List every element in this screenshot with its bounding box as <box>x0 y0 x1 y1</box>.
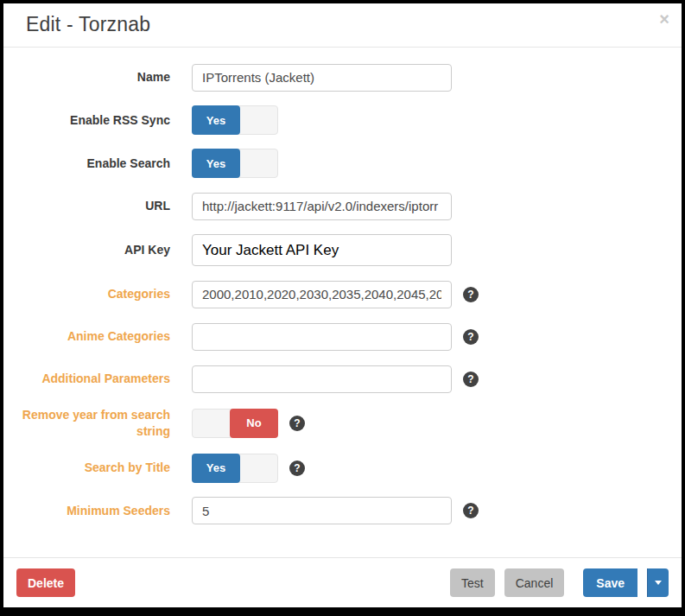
name-control <box>192 64 452 92</box>
modal-footer: Delete Test Cancel Save <box>3 557 682 607</box>
enable-search-toggle[interactable]: Yes <box>192 149 278 178</box>
toggle-knob: Yes <box>192 454 240 483</box>
help-icon[interactable]: ? <box>463 329 479 345</box>
save-button[interactable]: Save <box>583 568 637 597</box>
url-label: URL <box>16 198 170 214</box>
additional-parameters-control: ? <box>192 365 479 393</box>
screen: Edit - Torznab × Name Enable RSS Sync Ye… <box>0 0 685 616</box>
help-icon[interactable]: ? <box>289 460 305 476</box>
form-row-minimum-seeders: Minimum Seeders ? <box>16 497 669 525</box>
form-row-name: Name <box>16 63 669 92</box>
form-row-categories: Categories ? <box>16 280 669 308</box>
modal-header: Edit - Torznab × <box>3 3 682 48</box>
url-control <box>192 193 452 220</box>
enable-rss-sync-control: Yes <box>192 105 278 135</box>
categories-control: ? <box>192 281 479 308</box>
minimum-seeders-control: ? <box>192 497 479 524</box>
api-key-control <box>192 234 452 266</box>
footer-actions: Test Cancel Save <box>441 568 669 597</box>
form-row-anime-categories: Anime Categories ? <box>16 322 669 351</box>
edit-torznab-modal: Edit - Torznab × Name Enable RSS Sync Ye… <box>3 3 682 607</box>
form-row-enable-search: Enable Search Yes <box>16 149 669 178</box>
close-icon[interactable]: × <box>659 10 669 28</box>
search-by-title-control: Yes ? <box>192 454 305 483</box>
delete-button[interactable]: Delete <box>16 568 75 597</box>
api-key-input[interactable] <box>192 234 452 266</box>
enable-search-control: Yes <box>192 149 278 178</box>
caret-down-icon <box>655 581 662 585</box>
anime-categories-label: Anime Categories <box>16 328 170 345</box>
form-row-enable-rss-sync: Enable RSS Sync Yes <box>16 105 669 135</box>
search-by-title-label: Search by Title <box>16 460 170 476</box>
api-key-label: API Key <box>16 242 170 258</box>
enable-rss-sync-label: Enable RSS Sync <box>16 112 170 129</box>
form-row-url: URL <box>16 192 669 220</box>
name-label: Name <box>16 69 170 86</box>
anime-categories-input[interactable] <box>192 323 452 351</box>
search-by-title-toggle[interactable]: Yes <box>192 454 278 483</box>
form-row-api-key: API Key <box>16 234 669 266</box>
categories-label: Categories <box>16 286 170 302</box>
anime-categories-control: ? <box>192 323 479 351</box>
minimum-seeders-label: Minimum Seeders <box>16 503 170 519</box>
url-input[interactable] <box>192 193 452 220</box>
enable-rss-sync-toggle[interactable]: Yes <box>192 105 278 135</box>
remove-year-control: No ? <box>192 409 305 438</box>
name-input[interactable] <box>192 64 452 92</box>
help-icon[interactable]: ? <box>463 372 479 387</box>
help-icon[interactable]: ? <box>463 503 479 518</box>
test-button[interactable]: Test <box>450 568 495 597</box>
form-row-remove-year: Remove year from search string No ? <box>16 407 669 440</box>
remove-year-toggle[interactable]: No <box>192 409 278 438</box>
toggle-knob: No <box>230 409 278 438</box>
additional-parameters-label: Additional Parameters <box>16 371 170 387</box>
remove-year-label: Remove year from search string <box>16 407 170 440</box>
additional-parameters-input[interactable] <box>192 365 452 393</box>
toggle-knob: Yes <box>192 149 240 178</box>
page-title: Edit - Torznab <box>26 13 668 36</box>
modal-body: Name Enable RSS Sync Yes Enable Search <box>3 48 682 557</box>
help-icon[interactable]: ? <box>289 416 305 431</box>
cancel-button[interactable]: Cancel <box>504 568 565 597</box>
minimum-seeders-input[interactable] <box>192 497 452 524</box>
form-row-additional-parameters: Additional Parameters ? <box>16 365 669 393</box>
form-row-search-by-title: Search by Title Yes ? <box>16 454 669 483</box>
save-button-group: Save <box>574 568 669 597</box>
toggle-knob: Yes <box>192 105 240 135</box>
categories-input[interactable] <box>192 281 452 308</box>
enable-search-label: Enable Search <box>16 156 170 172</box>
save-dropdown-button[interactable] <box>647 568 669 597</box>
help-icon[interactable]: ? <box>463 287 479 302</box>
